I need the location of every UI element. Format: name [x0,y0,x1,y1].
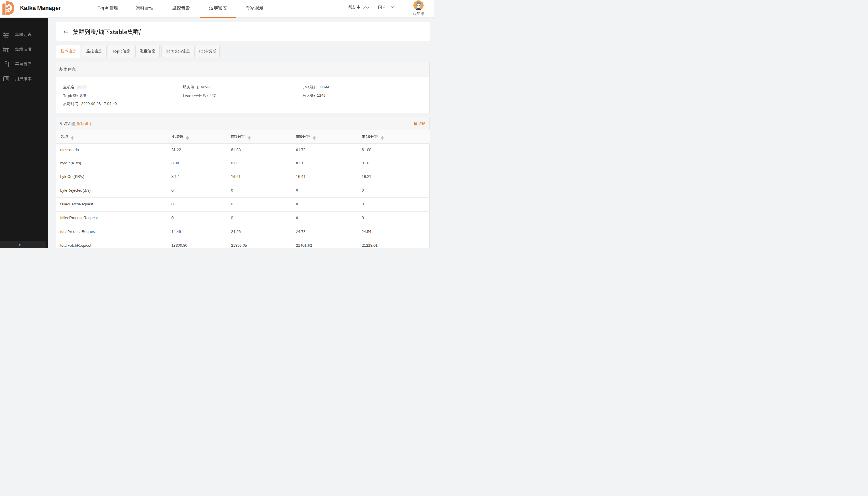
svg-text:$: $ [7,50,8,52]
